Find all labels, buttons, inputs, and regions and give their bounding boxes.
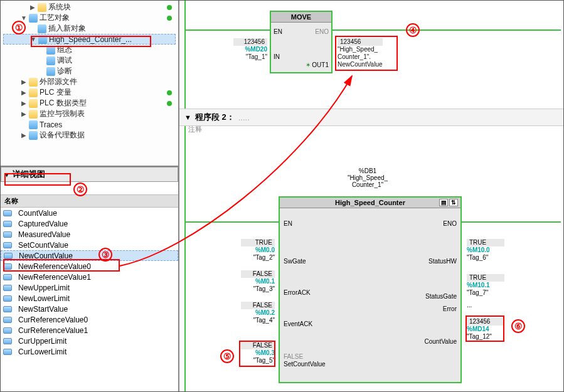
pin-in: IN (274, 53, 280, 60)
move-title: MOVE (271, 12, 331, 23)
detail-list: 名称 CountValueCapturedValueMeasuredValueS… (1, 194, 178, 391)
hsc-db-label: %DB1 "High_Speed_ Counter_1" (305, 167, 430, 188)
column-header-name[interactable]: 名称 (1, 194, 178, 208)
pin-en: EN (274, 28, 282, 35)
callout-1-box (31, 36, 151, 47)
left-panel: ▶系统块▼工艺对象插入新对象▼High_Speed_Counter_...组态调… (1, 1, 179, 391)
tree-item[interactable]: ▶监控与强制表 (3, 109, 176, 119)
segment2-label: 程序段 2： (195, 112, 235, 123)
segment2-comment[interactable]: 注释 (179, 124, 211, 139)
detail-row[interactable]: CapturedValue (1, 218, 178, 229)
callout-6-box (466, 315, 504, 342)
project-tree[interactable]: ▶系统块▼工艺对象插入新对象▼High_Speed_Counter_...组态调… (1, 1, 178, 167)
callout-2: ② (73, 183, 87, 196)
hsc-error-tag[interactable]: ... (467, 302, 504, 309)
chevron-down-icon: ▼ (184, 114, 191, 121)
tree-item[interactable]: ▶系统块 (3, 2, 176, 13)
hsc-errack-tag[interactable]: FALSE%M0.1"Tag_3" (241, 270, 275, 293)
tree-item[interactable]: 插入新对象 (3, 23, 176, 34)
detail-row[interactable]: NewLowerLimit (1, 293, 178, 304)
callout-5-box (239, 341, 275, 367)
callout-1: ① (12, 21, 26, 34)
detail-row[interactable]: CountValue (1, 208, 178, 218)
detail-row[interactable]: CurLowerLimit (1, 346, 178, 357)
move-block[interactable]: MOVE EN ENO IN ✶ OUT1 (270, 11, 333, 73)
hsc-toolbar-icons[interactable]: ▤⇅ (439, 199, 458, 206)
move-in-tag[interactable]: 123456 %MD20 "Tag_1" (233, 38, 267, 61)
detail-row[interactable]: CurReferenceValue0 (1, 314, 178, 325)
tree-item[interactable]: 诊断 (3, 66, 176, 77)
rung2-rail (184, 146, 186, 391)
detail-row[interactable]: MeasuredValue (1, 229, 178, 240)
tree-item[interactable]: ▶设备代理数据 (3, 130, 176, 140)
pin-eno: ENO (315, 28, 329, 35)
detail-row[interactable]: NewReferenceValue1 (1, 272, 178, 282)
rung1-wire (184, 29, 561, 31)
tree-item[interactable]: 调试 (3, 55, 176, 66)
detail-row[interactable]: CurReferenceValue1 (1, 325, 178, 336)
hsc-swgate-tag[interactable]: TRUE%M0.0"Tag_2" (241, 239, 275, 262)
hsc-statushw-tag[interactable]: TRUE%M10.0"Tag_6" (467, 239, 504, 262)
detail-row[interactable]: NewStartValue (1, 304, 178, 314)
hsc-title: High_Speed_Counter ▤⇅ (280, 198, 460, 208)
pin-eno2: ENO (443, 220, 457, 227)
callout-6: ⑥ (511, 319, 525, 333)
detail-row[interactable]: SetCountValue (1, 240, 178, 250)
rung2-wire-r (462, 221, 561, 223)
callout-5: ⑤ (220, 349, 234, 363)
callout-4: ④ (406, 23, 420, 37)
pin-en2: EN (284, 220, 292, 227)
tree-item[interactable]: ▶PLC 数据类型 (3, 98, 176, 109)
tree-item[interactable]: Traces (3, 119, 176, 130)
hsc-evtack-tag[interactable]: FALSE%M0.2"Tag_4" (241, 302, 275, 324)
callout-2-box (4, 173, 71, 186)
callout-4-box (335, 36, 398, 71)
segment2-header[interactable]: ▼ 程序段 2： ..... (179, 109, 563, 126)
callout-3-box (3, 259, 120, 272)
tree-item[interactable]: ▶PLC 变量 (3, 87, 176, 98)
tree-item[interactable]: ▶外部源文件 (3, 77, 176, 87)
rung2-wire-l (184, 221, 279, 223)
hsc-statusgate-tag[interactable]: TRUE%M10.1"Tag_7" (467, 274, 504, 297)
tree-item[interactable]: ▼工艺对象 (3, 13, 176, 23)
detail-row[interactable]: CurUpperLimit (1, 336, 178, 346)
detail-row[interactable]: NewUpperLimit (1, 282, 178, 293)
pin-out1: ✶ OUT1 (306, 61, 329, 68)
hsc-block[interactable]: High_Speed_Counter ▤⇅ EN ENO SwGate Erro… (279, 196, 462, 383)
